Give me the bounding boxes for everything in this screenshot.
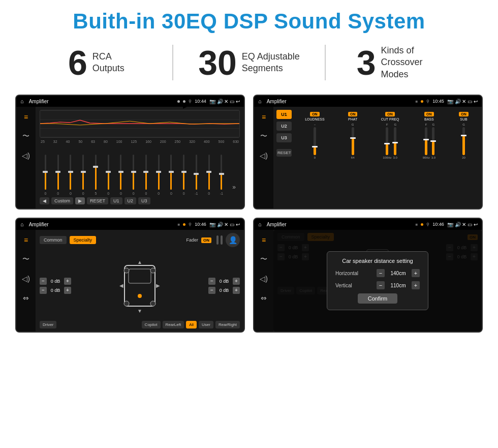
eq-reset-btn[interactable]: RESET <box>87 197 108 204</box>
eq-slider-12[interactable]: -1 <box>191 155 202 195</box>
svg-point-5 <box>124 301 129 306</box>
fader-controls-area: − 0 dB + − 0 dB + <box>40 250 240 321</box>
all-btn[interactable]: All <box>186 321 197 328</box>
distance-home-icon[interactable]: ⌂ <box>258 221 262 227</box>
vertical-plus-btn[interactable]: + <box>412 281 420 289</box>
fader-location-icon: ⚲ <box>189 222 192 227</box>
dsp-reset-btn[interactable]: RESET <box>276 149 292 157</box>
db-val-4: 0 dB <box>217 288 231 293</box>
fader-sidebar-arrows-icon[interactable]: ⇔ <box>20 292 32 304</box>
dsp-sidebar-volume-icon[interactable]: ◁) <box>258 150 270 162</box>
db-val-3: 0 dB <box>217 279 231 284</box>
distance-screen-content: ≡ 〜 ◁) ⇔ Common Specialty ON <box>254 230 482 332</box>
db-minus-1[interactable]: − <box>40 278 47 285</box>
fader-main-area: Common Specialty Fader ON 👤 − <box>36 230 244 332</box>
fader-common-btn[interactable]: Common <box>40 236 67 244</box>
eq-play-btn[interactable]: ▶ <box>75 197 85 204</box>
eq-slider-3[interactable]: 0 <box>77 155 89 195</box>
fader-sidebar-volume-icon[interactable]: ◁) <box>20 273 32 285</box>
eq-u3-btn[interactable]: U3 <box>138 197 150 204</box>
db-plus-2[interactable]: + <box>64 287 71 294</box>
distance-sidebar-eq-icon[interactable]: ≡ <box>258 234 270 246</box>
rear-right-btn[interactable]: RearRight <box>215 321 240 328</box>
loudness-toggle[interactable]: ON <box>310 112 320 116</box>
fader-sidebar-wave-icon[interactable]: 〜 <box>20 253 32 265</box>
eq-u1-btn[interactable]: U1 <box>110 197 122 204</box>
sub-toggle[interactable]: ON <box>459 112 469 116</box>
eq-slider-1[interactable]: 0 <box>52 155 64 195</box>
eq-slider-10[interactable]: 0 <box>166 155 177 195</box>
dsp-home-icon[interactable]: ⌂ <box>258 98 262 104</box>
db-plus-1[interactable]: + <box>64 278 71 285</box>
dsp-status-bar: ⌂ Amplifier ■ ⚲ 10:45 📷 🔊 ✕ ▭ ↩ <box>254 96 482 107</box>
dsp-u1-btn[interactable]: U1 <box>276 110 292 119</box>
home-icon[interactable]: ⌂ <box>20 98 24 104</box>
confirm-button[interactable]: Confirm <box>358 293 398 304</box>
eq-time: 10:44 <box>195 99 206 104</box>
fader-on-badge: ON <box>201 237 211 243</box>
db-plus-4[interactable]: + <box>233 287 240 294</box>
distance-sq-icon: ■ <box>416 222 418 227</box>
stat-crossover: 3 Kinds of Crossover Modes <box>326 45 478 80</box>
svg-text:▶: ▶ <box>156 283 160 288</box>
distance-status-icons: 📷 🔊 ✕ ▭ ↩ <box>447 222 478 227</box>
eq-slider-2[interactable]: 0 <box>65 155 77 195</box>
eq-slider-5[interactable]: 0 <box>103 155 114 195</box>
svg-text:◀: ◀ <box>119 283 123 288</box>
eq-sidebar-eq-icon[interactable]: ≡ <box>20 111 32 123</box>
rear-left-btn[interactable]: RearLeft <box>163 321 184 328</box>
stat-rca-number: 6 <box>68 45 87 80</box>
dsp-u3-btn[interactable]: U3 <box>276 133 292 142</box>
copilot-btn[interactable]: Copilot <box>142 321 161 328</box>
svg-point-4 <box>150 268 155 273</box>
fader-label: Fader <box>186 237 198 243</box>
distance-sidebar: ≡ 〜 ◁) ⇔ <box>254 230 273 332</box>
eq-slider-0[interactable]: 0 <box>40 155 51 195</box>
db-val-1: 0 dB <box>48 279 63 284</box>
eq-sidebar-volume-icon[interactable]: ◁) <box>20 150 32 162</box>
db-minus-4[interactable]: − <box>208 287 215 294</box>
fader-specialty-btn[interactable]: Specialty <box>70 236 97 244</box>
eq-preset-btn[interactable]: Custom <box>51 197 73 204</box>
eq-slider-8[interactable]: 0 <box>140 155 152 195</box>
eq-slider-11[interactable]: 0 <box>178 155 190 195</box>
db-minus-2[interactable]: − <box>40 287 47 294</box>
user-btn[interactable]: User <box>199 321 213 328</box>
eq-slider-13[interactable]: 0 <box>203 155 215 195</box>
distance-sidebar-arrows-icon[interactable]: ⇔ <box>258 292 270 304</box>
phat-toggle[interactable]: ON <box>348 112 358 116</box>
eq-prev-btn[interactable]: ◀ <box>40 197 49 204</box>
horizontal-plus-btn[interactable]: + <box>412 269 420 277</box>
db-plus-3[interactable]: + <box>233 278 240 285</box>
eq-slider-6[interactable]: 0 <box>115 155 127 195</box>
eq-skip-arrows[interactable]: » <box>228 150 240 191</box>
eq-slider-7[interactable]: 0 <box>128 155 139 195</box>
screenshots-grid: ⌂ Amplifier ▶ ⚲ 10:44 📷 🔊 ✕ ▭ ↩ ≡ 〜 ◁) <box>0 89 498 343</box>
dsp-sidebar-eq-icon[interactable]: ≡ <box>258 111 270 123</box>
distance-sidebar-volume-icon[interactable]: ◁) <box>258 273 270 285</box>
vertical-minus-btn[interactable]: − <box>377 281 385 289</box>
dsp-sidebar-wave-icon[interactable]: 〜 <box>258 130 270 142</box>
eq-sidebar-wave-icon[interactable]: 〜 <box>20 130 32 142</box>
stat-rca-text: RCA Outputs <box>92 51 124 75</box>
bass-toggle[interactable]: ON <box>424 112 434 116</box>
eq-curve-svg <box>40 110 239 137</box>
fader-home-icon[interactable]: ⌂ <box>20 221 24 227</box>
db-minus-3[interactable]: − <box>208 278 215 285</box>
eq-u2-btn[interactable]: U2 <box>124 197 137 204</box>
dsp-status-dot-sq: ■ <box>416 99 418 104</box>
eq-slider-14[interactable]: -1 <box>216 155 228 195</box>
horizontal-minus-btn[interactable]: − <box>377 269 385 277</box>
driver-btn[interactable]: Driver <box>40 321 56 328</box>
cutfreq-label: CUT FREQ <box>381 117 399 121</box>
dsp-time: 10:45 <box>432 99 444 104</box>
fader-mini-sliders <box>216 235 223 245</box>
eq-slider-9[interactable]: 0 <box>153 155 165 195</box>
fader-sidebar-eq-icon[interactable]: ≡ <box>20 234 32 246</box>
eq-slider-4[interactable]: 5 <box>90 155 102 195</box>
dsp-u2-btn[interactable]: U2 <box>276 122 292 131</box>
cutfreq-toggle[interactable]: ON <box>385 112 395 116</box>
distance-sidebar-wave-icon[interactable]: 〜 <box>258 253 270 265</box>
fader-person-icon-btn[interactable]: 👤 <box>226 233 240 247</box>
svg-point-2 <box>138 294 142 298</box>
